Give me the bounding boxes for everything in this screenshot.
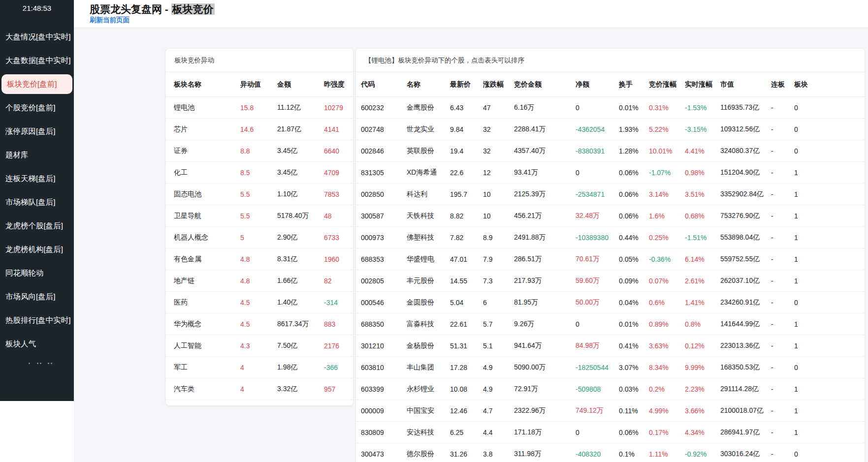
cell: 109312.56亿 — [720, 125, 771, 134]
cell: 5.5 — [240, 190, 277, 198]
col-header-name[interactable]: 名称 — [407, 80, 450, 89]
sector-row[interactable]: 锂电池15.811.12亿10279 — [166, 97, 353, 119]
cell: 223013.36亿 — [720, 341, 771, 350]
cell: 2.61% — [685, 277, 720, 285]
cell: 0.03% — [619, 385, 649, 393]
cell: 英联股份 — [407, 147, 450, 155]
cell: 32 — [483, 147, 514, 155]
cell: 7.50亿 — [277, 341, 324, 350]
sidebar-item-2[interactable]: 板块竞价[盘前] — [1, 74, 72, 94]
cell: 华盛锂电 — [407, 255, 450, 264]
sidebar-item-6[interactable]: 连板天梯[盘后] — [0, 167, 74, 190]
col-header-code[interactable]: 代码 — [361, 80, 407, 89]
cell: 10.01% — [649, 147, 685, 155]
sector-table-body: 锂电池15.811.12亿10279芯片14.621.87亿4141证券8.83… — [166, 97, 353, 400]
sector-row[interactable]: 固态电池5.51.10亿7853 — [166, 184, 353, 205]
cell: 0.06% — [619, 169, 649, 177]
cell: 50.00万 — [576, 298, 619, 307]
col-header-latest-price[interactable]: 最新价 — [450, 80, 483, 89]
cell: -18250544 — [576, 364, 619, 371]
col-header-turnover[interactable]: 换手 — [619, 80, 649, 89]
page-title-highlight: 板块竞价 — [171, 3, 215, 15]
cell: 金鹰股份 — [407, 103, 450, 112]
col-header-auction-amount[interactable]: 竞价金额 — [514, 80, 576, 89]
cell: 47 — [483, 104, 514, 112]
sidebar-item-0[interactable]: 大盘情况[盘中实时] — [0, 25, 74, 49]
refresh-page-link[interactable]: 刷新当前页面 — [90, 16, 129, 25]
cell: 4357.40万 — [514, 147, 576, 155]
cell: - — [771, 212, 794, 220]
col-header-consecutive-boards[interactable]: 连板 — [771, 80, 794, 89]
col-header-net-amount[interactable]: 净额 — [576, 80, 619, 89]
cell: 3.07% — [619, 364, 649, 371]
cell: 286941.97亿 — [720, 428, 771, 437]
cell: 德尔股份 — [407, 450, 450, 459]
sector-row[interactable]: 证券8.83.45亿6640 — [166, 140, 353, 162]
cell: 华为概念 — [174, 320, 240, 329]
cell: 0.07% — [649, 277, 685, 285]
sidebar-item-9[interactable]: 龙虎榜机构[盘后] — [0, 238, 74, 261]
sector-row[interactable]: 军工41.98亿-366 — [166, 357, 353, 378]
cell: 22.6 — [450, 169, 483, 177]
cell: 15.8 — [240, 104, 277, 112]
sidebar-item-7[interactable]: 市场梯队[盘后] — [0, 190, 74, 214]
cell: -2534871 — [576, 190, 619, 198]
cell: - — [771, 104, 794, 112]
col-header-sector-flag[interactable]: 板块 — [794, 80, 863, 89]
cell: 151204.90亿 — [720, 168, 771, 177]
sidebar-item-5[interactable]: 题材库 — [0, 143, 74, 167]
sidebar-item-13[interactable]: 板块人气 — [0, 332, 74, 356]
cell: - — [771, 385, 794, 393]
cell: 48 — [324, 212, 348, 220]
cell: 14.6 — [240, 125, 277, 133]
sector-row[interactable]: 汽车类43.32亿957 — [166, 378, 353, 400]
cell: 永杉锂业 — [407, 385, 450, 394]
col-header-auction-change[interactable]: 竞价涨幅 — [649, 80, 685, 89]
cell: 科达利 — [407, 190, 450, 199]
cell: 9.26万 — [514, 320, 576, 329]
sidebar-item-10[interactable]: 同花顺轮动 — [0, 261, 74, 285]
cell: 0 — [794, 125, 863, 133]
sector-row[interactable]: 机器人概念52.90亿6733 — [166, 227, 353, 248]
sidebar-item-11[interactable]: 市场风向[盘后] — [0, 285, 74, 308]
cell: 1 — [794, 190, 863, 198]
cell: 4.5 — [240, 299, 277, 307]
sector-row[interactable]: 华为概念4.58617.34万883 — [166, 313, 353, 335]
col-header-market-cap[interactable]: 市值 — [720, 80, 771, 89]
cell: 5.04 — [450, 299, 483, 307]
sector-row[interactable]: 芯片14.621.87亿4141 — [166, 119, 353, 140]
sidebar-item-3[interactable]: 个股竞价[盘前] — [0, 96, 74, 120]
cell: 0.12% — [685, 342, 720, 350]
cell: 0.41% — [619, 342, 649, 350]
cell: 141644.99亿 — [720, 320, 771, 329]
col-header-change-pct[interactable]: 涨跌幅 — [483, 80, 514, 89]
cell: 002846 — [361, 147, 407, 155]
sidebar-item-1[interactable]: 大盘数据[盘中实时] — [0, 49, 74, 72]
stock-table-body: 600232金鹰股份6.43476.16万00.01%0.31%-1.53%11… — [356, 97, 865, 462]
cell: -3.15% — [685, 125, 720, 133]
sector-row[interactable]: 化工8.53.45亿4709 — [166, 162, 353, 184]
cell: 9.84 — [450, 125, 483, 133]
cell: 8617.34万 — [277, 320, 324, 329]
cell: 1 — [794, 255, 863, 263]
cell: 1.11% — [649, 450, 685, 458]
sector-row[interactable]: 有色金属4.88.31亿1960 — [166, 248, 353, 270]
sidebar-item-12[interactable]: 热股排行[盘中实时] — [0, 308, 74, 332]
cell: 6.43 — [450, 104, 483, 112]
cell: 2288.41万 — [514, 125, 576, 134]
cell: - — [771, 147, 794, 155]
cell: 0.17% — [649, 429, 685, 436]
cell: 8.82 — [450, 212, 483, 220]
col-header-realtime-change[interactable]: 实时涨幅 — [685, 80, 720, 89]
sector-row[interactable]: 地产链4.81.66亿82 — [166, 270, 353, 292]
stock-row: 688350富淼科技22.615.79.26万00.01%0.89%0.8%14… — [356, 313, 865, 335]
sector-row[interactable]: 医药4.51.40亿-314 — [166, 292, 353, 313]
cell: -1.07% — [649, 169, 685, 177]
sidebar-item-8[interactable]: 龙虎榜个股[盘后] — [0, 214, 74, 238]
sector-row[interactable]: 人工智能4.37.50亿2176 — [166, 335, 353, 357]
sidebar-item-4[interactable]: 涨停原因[盘后] — [0, 120, 74, 143]
cell: -408320 — [576, 450, 619, 458]
cell: 559752.55亿 — [720, 255, 771, 264]
sector-row[interactable]: 卫星导航5.55178.40万48 — [166, 205, 353, 227]
cell: 291114.28亿 — [720, 385, 771, 394]
